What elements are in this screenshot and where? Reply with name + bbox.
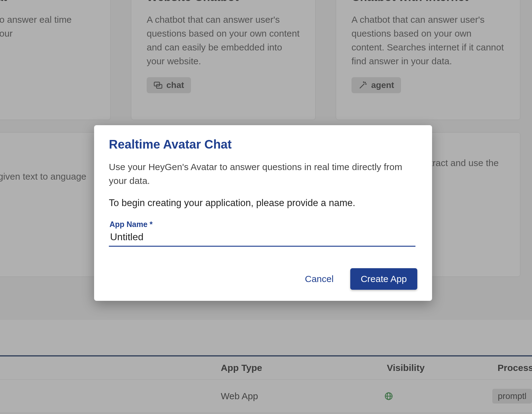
app-name-input[interactable] xyxy=(109,229,415,247)
modal-description: Use your HeyGen's Avatar to answer quest… xyxy=(109,160,417,188)
create-app-button[interactable]: Create App xyxy=(350,268,417,290)
modal-actions: Cancel Create App xyxy=(109,268,417,290)
create-app-modal: Realtime Avatar Chat Use your HeyGen's A… xyxy=(94,125,432,301)
modal-instruction: To begin creating your application, plea… xyxy=(109,196,417,209)
cancel-button[interactable]: Cancel xyxy=(302,270,337,288)
app-name-label: App Name * xyxy=(109,220,417,229)
modal-title: Realtime Avatar Chat xyxy=(109,137,417,151)
